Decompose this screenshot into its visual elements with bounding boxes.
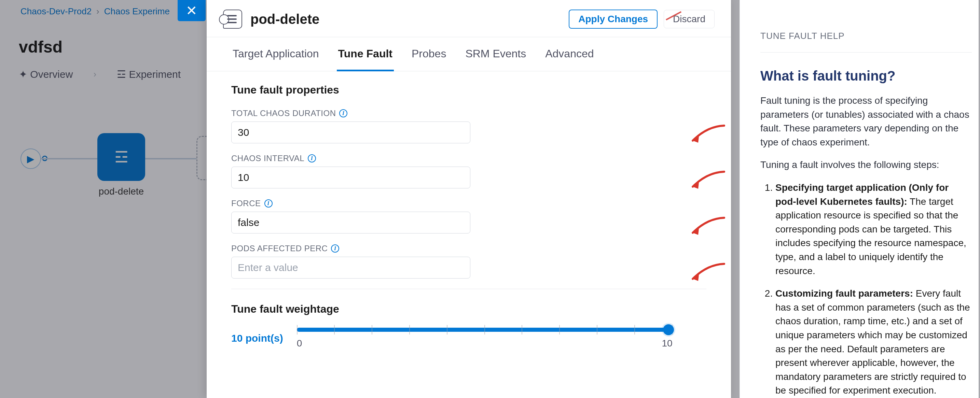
chevron-right-icon: › <box>93 69 96 79</box>
tab-probes[interactable]: Probes <box>410 37 447 71</box>
total-chaos-duration-input[interactable] <box>231 122 470 143</box>
breadcrumb: Chaos-Dev-Prod2 › Chaos Experime <box>21 6 170 17</box>
field-chaos-interval: Chaos Interval i <box>231 154 706 189</box>
force-input[interactable] <box>231 212 470 233</box>
fault-drawer: pod-delete Apply Changes Discard Target … <box>207 0 731 398</box>
help-step-2: Customizing fault parameters: Every faul… <box>775 287 972 398</box>
help-title: What is fault tuning? <box>760 68 972 84</box>
help-step-2-rest: Every fault has a set of common paramete… <box>775 288 970 396</box>
drawer-header: pod-delete Apply Changes Discard <box>207 0 731 37</box>
close-drawer-button[interactable]: ✕ <box>178 0 206 21</box>
drawer-title: pod-delete <box>250 12 320 27</box>
help-step-2-bold: Customizing fault parameters: <box>775 288 913 299</box>
breadcrumb-project[interactable]: Chaos-Dev-Prod2 <box>21 6 92 17</box>
workflow-node-label: pod-delete <box>89 186 154 197</box>
tab-overview[interactable]: ✦ Overview <box>19 68 73 80</box>
info-icon[interactable]: i <box>308 154 316 162</box>
tab-advanced[interactable]: Advanced <box>544 37 595 71</box>
section-heading-weightage: Tune fault weightage <box>231 303 706 316</box>
tab-tune-fault[interactable]: Tune Fault <box>337 37 394 71</box>
info-icon[interactable]: i <box>331 244 339 252</box>
chaos-icon: ✦ <box>19 68 27 80</box>
page-tabs: ✦ Overview › ☲ Experiment <box>19 68 181 80</box>
tab-experiment[interactable]: ☲ Experiment <box>117 68 181 80</box>
field-label: Force <box>231 199 261 208</box>
info-icon[interactable]: i <box>339 109 347 117</box>
weightage-row: 10 point(s) 0 10 <box>231 328 706 349</box>
field-total-chaos-duration: Total Chaos Duration i <box>231 109 706 143</box>
discard-button[interactable]: Discard <box>664 10 714 29</box>
tab-target-application[interactable]: Target Application <box>231 37 320 71</box>
help-step-1: Specifying target application (Only for … <box>775 181 972 278</box>
apply-changes-button[interactable]: Apply Changes <box>569 10 657 29</box>
help-intro: Fault tuning is the process of specifyin… <box>760 94 972 149</box>
workflow-edge <box>145 158 196 159</box>
slider-thumb[interactable] <box>663 324 674 335</box>
breadcrumb-section[interactable]: Chaos Experime <box>104 6 170 17</box>
tab-overview-label: Overview <box>30 68 73 80</box>
field-label: Pods Affected Perc <box>231 244 328 253</box>
slider-min: 0 <box>297 338 302 349</box>
fault-icon <box>223 10 242 29</box>
workflow-start-node[interactable]: ▶ <box>21 149 41 169</box>
workflow-edge <box>41 158 97 159</box>
workflow-connector-dot <box>42 155 48 161</box>
section-heading-properties: Tune fault properties <box>231 84 706 96</box>
tab-experiment-label: Experiment <box>129 68 181 80</box>
field-label: Chaos Interval <box>231 154 304 163</box>
weightage-slider[interactable]: 0 10 <box>297 328 673 349</box>
field-pods-affected-perc: Pods Affected Perc i <box>231 244 706 279</box>
tab-srm-events[interactable]: SRM Events <box>464 37 527 71</box>
info-icon[interactable]: i <box>264 199 273 208</box>
chaos-interval-input[interactable] <box>231 166 470 189</box>
divider <box>231 289 706 289</box>
help-panel: Tune Fault Help What is fault tuning? Fa… <box>740 0 978 398</box>
field-force: Force i <box>231 199 706 233</box>
help-step-1-rest: The target application resource is speci… <box>775 196 966 276</box>
drawer-tabs: Target Application Tune Fault Probes SRM… <box>207 37 731 71</box>
workflow-node-pod-delete[interactable]: ☲ <box>97 133 145 181</box>
help-lead: Tuning a fault involves the following st… <box>760 158 972 172</box>
slider-max: 10 <box>662 338 673 349</box>
field-label: Total Chaos Duration <box>231 109 336 118</box>
pods-affected-perc-input[interactable] <box>231 257 470 279</box>
experiment-icon: ☲ <box>117 68 126 80</box>
drawer-body: Tune fault properties Total Chaos Durati… <box>207 71 731 398</box>
help-body: Fault tuning is the process of specifyin… <box>760 94 972 398</box>
page-title: vdfsd <box>19 38 62 56</box>
chevron-right-icon: › <box>96 6 99 17</box>
help-eyebrow: Tune Fault Help <box>760 31 972 52</box>
node-icon: ☲ <box>115 148 129 166</box>
slider-ticks <box>297 325 673 335</box>
weightage-value-label: 10 point(s) <box>231 333 283 344</box>
